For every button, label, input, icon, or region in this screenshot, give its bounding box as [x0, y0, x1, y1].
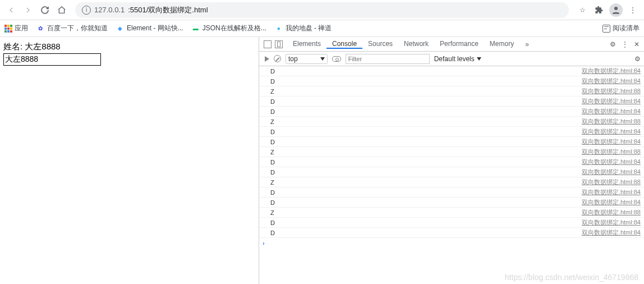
bookmark-favicon: ◆ [116, 24, 125, 33]
apps-icon [4, 25, 12, 33]
clear-console-icon[interactable] [274, 55, 281, 62]
bookmark-favicon: ✿ [36, 24, 45, 33]
url-path: :5501/双向数据绑定.html [128, 5, 208, 15]
name-display: 姓名: 大左8888 [3, 42, 255, 52]
bookmark-label: Element - 网站快... [127, 24, 183, 33]
profile-avatar[interactable] [609, 3, 623, 17]
log-message: Z [270, 118, 582, 125]
home-button[interactable] [55, 3, 68, 17]
console-log-row: Z双向数据绑定.html:88 [259, 86, 644, 97]
log-source-link[interactable]: 双向数据绑定.html:84 [582, 158, 641, 166]
console-log-row: D双向数据绑定.html:84 [259, 127, 644, 137]
bookmark-item[interactable]: ●我的地盘 - 禅道 [274, 24, 332, 33]
console-log-row: D双向数据绑定.html:84 [259, 198, 644, 208]
console-settings-icon[interactable]: ⚙ [634, 55, 641, 63]
console-prompt[interactable]: › [259, 238, 644, 248]
log-source-link[interactable]: 双向数据绑定.html:88 [582, 148, 641, 156]
tab-performance[interactable]: Performance [434, 40, 484, 48]
back-button[interactable] [4, 3, 18, 17]
log-source-link[interactable]: 双向数据绑定.html:84 [582, 218, 641, 227]
log-message: D [270, 129, 582, 135]
log-message: Z [270, 88, 582, 95]
devtools-settings-icon[interactable]: ⚙ [610, 40, 616, 48]
address-bar[interactable]: i 127.0.0.1:5501/双向数据绑定.html [75, 2, 569, 18]
log-message: D [270, 108, 582, 115]
reading-list-button[interactable]: 阅读清单 [602, 24, 640, 33]
tab-memory[interactable]: Memory [484, 40, 519, 48]
devtools-menu-icon[interactable]: ⋮ [622, 40, 628, 48]
console-log-row: D双向数据绑定.html:84 [259, 228, 644, 238]
log-source-link[interactable]: 双向数据绑定.html:84 [582, 168, 641, 176]
log-message: Z [270, 179, 582, 186]
page-content: 姓名: 大左8888 [0, 37, 259, 284]
console-log-row: Z双向数据绑定.html:88 [259, 177, 644, 187]
reload-button[interactable] [38, 3, 52, 17]
log-source-link[interactable]: 双向数据绑定.html:84 [582, 107, 641, 116]
bookmark-label: JSON在线解析及格... [203, 24, 266, 33]
apps-button[interactable]: 应用 [4, 24, 28, 33]
levels-label: Default levels [434, 55, 475, 63]
log-source-link[interactable]: 双向数据绑定.html:84 [582, 138, 641, 146]
bookmark-favicon: ● [274, 24, 283, 33]
log-message: D [270, 219, 582, 226]
console-log-row: Z双向数据绑定.html:88 [259, 147, 644, 157]
console-sidebar-toggle-icon[interactable] [265, 56, 269, 62]
tab-sources[interactable]: Sources [362, 40, 398, 48]
devtools-panel: ElementsConsoleSourcesNetworkPerformance… [259, 37, 644, 284]
device-toolbar-icon[interactable] [275, 40, 283, 48]
log-message: D [270, 68, 582, 75]
bookmark-item[interactable]: ▬JSON在线解析及格... [191, 24, 266, 33]
browser-menu-icon[interactable]: ⋮ [626, 3, 640, 17]
log-source-link[interactable]: 双向数据绑定.html:84 [582, 67, 641, 75]
forward-button[interactable] [21, 3, 35, 17]
reading-list-label: 阅读清单 [613, 24, 640, 33]
log-source-link[interactable]: 双向数据绑定.html:84 [582, 188, 641, 196]
console-log-row: D双向数据绑定.html:84 [259, 97, 644, 107]
console-log-row: D双向数据绑定.html:84 [259, 157, 644, 167]
log-message: D [270, 230, 582, 236]
log-source-link[interactable]: 双向数据绑定.html:88 [582, 178, 641, 186]
extensions-icon[interactable] [592, 3, 606, 17]
log-source-link[interactable]: 双向数据绑定.html:84 [582, 97, 641, 106]
log-levels-selector[interactable]: Default levels [434, 55, 481, 63]
reading-list-icon [602, 25, 610, 33]
log-source-link[interactable]: 双向数据绑定.html:84 [582, 198, 641, 207]
name-input[interactable] [3, 53, 101, 66]
console-log-row: Z双向数据绑定.html:88 [259, 117, 644, 127]
log-message: D [270, 139, 582, 145]
inspect-element-icon[interactable] [264, 40, 272, 48]
devtools-tabbar: ElementsConsoleSourcesNetworkPerformance… [259, 37, 644, 52]
tabs-overflow[interactable]: » [519, 37, 535, 51]
bookmark-star-icon[interactable]: ☆ [576, 3, 589, 17]
log-source-link[interactable]: 双向数据绑定.html:84 [582, 127, 641, 136]
bookmark-item[interactable]: ◆Element - 网站快... [116, 24, 183, 33]
console-output: D双向数据绑定.html:84D双向数据绑定.html:84Z双向数据绑定.ht… [259, 66, 644, 284]
context-selector[interactable]: top [286, 54, 328, 64]
dropdown-icon [477, 57, 481, 61]
tab-network[interactable]: Network [398, 40, 434, 48]
context-label: top [288, 55, 298, 63]
browser-toolbar: i 127.0.0.1:5501/双向数据绑定.html ☆ ⋮ [0, 0, 644, 20]
console-log-row: D双向数据绑定.html:84 [259, 137, 644, 147]
log-message: D [270, 169, 582, 176]
bookmark-item[interactable]: ✿百度一下，你就知道 [36, 24, 108, 33]
log-source-link[interactable]: 双向数据绑定.html:88 [582, 87, 641, 95]
log-message: D [270, 189, 582, 196]
console-filter-input[interactable] [346, 54, 430, 64]
log-source-link[interactable]: 双向数据绑定.html:88 [582, 208, 641, 217]
site-info-icon[interactable]: i [82, 6, 91, 15]
tab-elements[interactable]: Elements [287, 40, 326, 48]
svg-point-0 [614, 7, 618, 10]
log-source-link[interactable]: 双向数据绑定.html:84 [582, 228, 641, 237]
tab-console[interactable]: Console [326, 40, 362, 49]
log-source-link[interactable]: 双向数据绑定.html:84 [582, 77, 641, 85]
log-message: Z [270, 209, 582, 216]
console-toolbar: top Default levels ⚙ [259, 52, 644, 66]
live-expression-icon[interactable] [332, 56, 341, 62]
log-source-link[interactable]: 双向数据绑定.html:88 [582, 117, 641, 126]
devtools-close-icon[interactable]: ✕ [634, 40, 640, 48]
console-log-row: D双向数据绑定.html:84 [259, 66, 644, 76]
url-host: 127.0.0.1 [94, 6, 125, 14]
bookmark-label: 百度一下，你就知道 [47, 24, 108, 33]
console-log-row: D双向数据绑定.html:84 [259, 187, 644, 198]
